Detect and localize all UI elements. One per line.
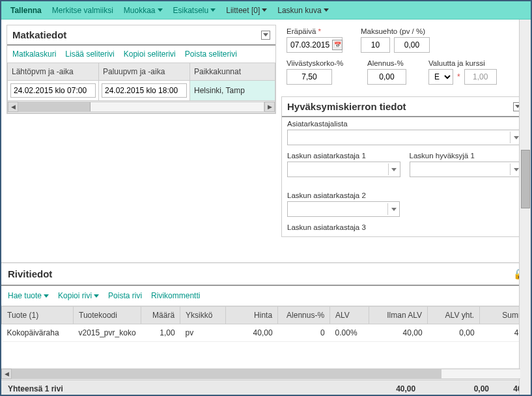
payment-term-label: Maksuehto (pv / %): [361, 27, 445, 35]
late-interest-input[interactable]: [287, 69, 332, 85]
chevron-down-icon: [262, 8, 267, 12]
chevron-down-icon: [210, 8, 216, 12]
departure-input[interactable]: [10, 83, 96, 98]
reviewer-list-combo[interactable]: [287, 130, 522, 145]
row-details-panel: Rivitiedot 🔓 Hae tuote Kopioi rivi Poist…: [1, 262, 531, 396]
invoice-fields: Eräpäivä * 📅 Maksuehto (pv / %) Viivästy…: [281, 25, 528, 90]
vertical-scrollbar[interactable]: [519, 20, 531, 395]
horizontal-scrollbar[interactable]: ◀ ▶: [1, 368, 531, 380]
totals-row: Yhteensä 1 rivi 40,00 0,00 40,: [1, 380, 531, 396]
col-departure[interactable]: Lähtöpvm ja -aika: [8, 63, 99, 81]
reviewer1-label: Laskun asiatarkastaja 1: [287, 152, 400, 160]
cell-discount: 0: [278, 324, 330, 342]
panel-title: Hyväksymiskierron tiedot: [287, 101, 406, 112]
cell-novat: 40,00: [369, 324, 428, 342]
attachments-menu[interactable]: Liitteet [0]: [222, 3, 271, 18]
approver1-combo[interactable]: [410, 162, 523, 177]
payment-term-days-input[interactable]: [361, 37, 390, 53]
row-actions: Hae tuote Kopioi rivi Poista rivi Riviko…: [1, 286, 531, 306]
col-price[interactable]: Hinta: [226, 307, 278, 324]
late-interest-label: Viivästyskorko-%: [287, 59, 358, 67]
travel-info-panel: Matkatiedot Matkalaskuri Lisää seliteriv…: [7, 25, 276, 114]
places-cell[interactable]: Helsinki, Tamp: [190, 81, 275, 101]
payment-term-pct-input[interactable]: [394, 37, 430, 53]
col-unit[interactable]: Yksikkö: [180, 307, 226, 324]
scroll-thumb[interactable]: [19, 102, 91, 111]
row-comment-action[interactable]: Rivikommentti: [151, 291, 200, 300]
cell-unit: pv: [180, 324, 226, 342]
return-input[interactable]: [102, 83, 187, 98]
travel-actions: Matkalaskuri Lisää seliterivi Kopioi sel…: [7, 46, 275, 63]
approval-panel: Hyväksymiskierron tiedot Asiatarkastajal…: [281, 96, 528, 237]
scroll-left-icon[interactable]: ◀: [1, 369, 12, 379]
travel-table: Lähtöpvm ja -aika Paluupvm ja -aika Paik…: [7, 63, 275, 113]
reviewer1-combo[interactable]: [287, 162, 400, 177]
due-date-label: Eräpäivä *: [287, 27, 352, 35]
col-discount[interactable]: Alennus-%: [278, 307, 330, 324]
preview-menu[interactable]: Esikatselu: [169, 3, 220, 18]
travel-calculator-action[interactable]: Matkalaskuri: [12, 50, 56, 59]
scroll-thumb[interactable]: [12, 369, 441, 378]
reviewer2-label: Laskun asiatarkastaja 2: [287, 191, 400, 199]
totals-vattotal: 0,00: [415, 384, 489, 393]
discount-label: Alennus-%: [367, 59, 419, 67]
scroll-left-icon[interactable]: ◀: [8, 102, 18, 112]
col-novat[interactable]: Ilman ALV: [369, 307, 428, 324]
reviewer-list-label: Asiatarkastajalista: [287, 120, 522, 128]
calendar-icon[interactable]: 📅: [332, 40, 343, 50]
required-mark: *: [457, 72, 460, 81]
collapse-icon[interactable]: [261, 31, 270, 40]
delete-row-action[interactable]: Poista rivi: [108, 291, 142, 300]
main-toolbar: Tallenna Merkitse valmiiksi Muokkaa Esik…: [1, 1, 531, 20]
reviewer2-combo[interactable]: [287, 201, 400, 217]
cell-qty: 1,00: [141, 324, 180, 342]
reviewer3-label: Laskun asiatarkastaja 3: [287, 223, 400, 231]
col-vat[interactable]: ALV: [330, 307, 369, 324]
table-row: Helsinki, Tamp: [8, 81, 275, 101]
left-pane: Matkatiedot Matkalaskuri Lisää seliteriv…: [1, 20, 281, 262]
cell-price: 40,00: [226, 324, 278, 342]
cell-product: Kokopäiväraha: [2, 324, 74, 342]
save-button[interactable]: Tallenna: [7, 3, 46, 18]
chevron-down-icon: [158, 8, 163, 12]
scroll-thumb[interactable]: [521, 150, 530, 208]
col-product[interactable]: Tuote (1): [2, 307, 74, 324]
totals-label: Yhteensä 1 rivi: [8, 384, 288, 393]
add-desc-row-action[interactable]: Lisää seliterivi: [65, 50, 114, 59]
chevron-down-icon: [324, 8, 329, 12]
invoice-image-menu[interactable]: Laskun kuva: [273, 3, 332, 18]
currency-label: Valuutta ja kurssi: [428, 59, 507, 67]
cell-vat: 0.00%: [330, 324, 369, 342]
right-pane: Eräpäivä * 📅 Maksuehto (pv / %) Viivästy…: [281, 20, 531, 262]
col-vattotal[interactable]: ALV yht.: [428, 307, 480, 324]
copy-desc-row-action[interactable]: Kopioi seliterivi: [124, 50, 176, 59]
rows-table: Tuote (1) Tuotekoodi Määrä Yksikkö Hinta…: [1, 306, 531, 342]
edit-menu[interactable]: Muokkaa: [120, 3, 167, 18]
rate-input[interactable]: [464, 69, 497, 85]
totals-novat: 40,00: [288, 384, 415, 393]
cell-vattotal: 0,00: [428, 324, 480, 342]
copy-row-action[interactable]: Kopioi rivi: [58, 291, 99, 300]
discount-input[interactable]: [367, 69, 406, 85]
panel-title: Rivitiedot: [8, 268, 52, 279]
table-row[interactable]: Kokopäiväraha v2015_pvr_koko 1,00 pv 40,…: [2, 324, 531, 342]
delete-desc-row-action[interactable]: Poista seliterivi: [185, 50, 237, 59]
currency-select[interactable]: E: [428, 69, 453, 85]
mark-ready-button[interactable]: Merkitse valmiiksi: [48, 3, 117, 18]
col-return[interactable]: Paluupvm ja -aika: [99, 63, 190, 81]
approver1-label: Laskun hyväksyjä 1: [410, 152, 523, 160]
panel-title: Matkatiedot: [12, 29, 66, 40]
horizontal-scrollbar[interactable]: ◀ ▶: [8, 101, 275, 113]
cell-code: v2015_pvr_koko: [74, 324, 141, 342]
col-code[interactable]: Tuotekoodi: [74, 307, 141, 324]
col-places[interactable]: Paikkakunnat: [190, 63, 275, 81]
scroll-right-icon[interactable]: ▶: [264, 102, 275, 112]
get-product-action[interactable]: Hae tuote: [8, 291, 49, 300]
col-qty[interactable]: Määrä: [141, 307, 180, 324]
